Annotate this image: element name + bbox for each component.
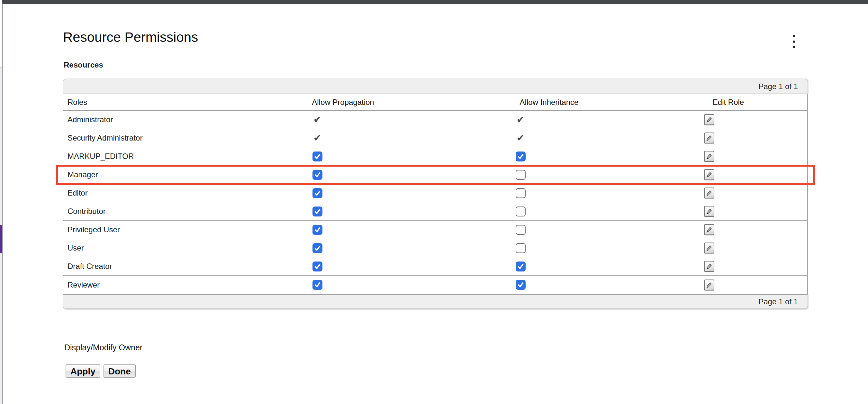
allow-inheritance-cell: ✔ [431,133,641,143]
role-name: Security Administrator [63,134,245,143]
allow-propagation-checkbox-checked[interactable] [312,206,322,217]
kebab-menu-icon[interactable] [787,31,801,52]
edit-role-button[interactable] [704,280,714,290]
allow-propagation-checkbox-checked[interactable] [312,170,322,180]
allow-inheritance-checkbox-unchecked[interactable] [516,170,526,180]
allow-propagation-checkbox-checked[interactable] [312,225,322,235]
role-name: Manager [63,170,245,179]
static-checkmark-icon: ✔ [313,133,321,143]
resources-table: Page 1 of 1 Roles Allow Propagation Allo… [63,79,808,309]
allow-inheritance-cell [431,151,641,162]
allow-propagation-checkbox-checked[interactable] [312,243,322,253]
apply-button[interactable]: Apply [66,365,100,378]
allow-inheritance-cell [431,206,641,217]
allow-inheritance-checkbox-unchecked[interactable] [516,225,526,235]
pager-bottom: Page 1 of 1 [63,294,808,309]
edit-role-button[interactable] [704,133,714,143]
allow-propagation-checkbox-checked[interactable] [312,151,322,162]
edit-role-button[interactable] [704,151,714,162]
window-left-border [2,3,3,404]
static-checkmark-icon: ✔ [313,115,321,124]
allow-inheritance-checkbox-unchecked[interactable] [516,243,526,253]
pencil-icon [706,244,713,252]
allow-propagation-cell [245,243,431,253]
static-checkmark-icon: ✔ [516,115,524,124]
role-name: Draft Creator [63,262,245,271]
table-row: Editor [63,184,807,202]
allow-inheritance-cell [431,170,641,180]
allow-inheritance-checkbox-checked[interactable] [516,280,526,290]
pencil-icon [706,226,713,233]
role-name: MARKUP_EDITOR [63,152,245,161]
edit-role-cell [641,280,807,290]
table-row: Reviewer [63,276,807,294]
allow-inheritance-checkbox-unchecked[interactable] [516,188,526,198]
display-modify-owner-label: Display/Modify Owner [64,343,143,352]
allow-propagation-cell [245,188,431,198]
edit-role-button[interactable] [704,114,714,125]
allow-propagation-cell [245,280,431,290]
table-row-highlighted: Manager [63,166,807,184]
static-checkmark-icon: ✔ [516,133,524,143]
table-row: Privileged User [63,221,807,239]
window-top-bar [2,0,868,4]
allow-propagation-cell [245,170,431,180]
table-header-row: Roles Allow Propagation Allow Inheritanc… [63,94,807,111]
role-name: Administrator [63,115,245,124]
edit-role-cell [641,151,807,162]
allow-inheritance-cell [431,261,641,271]
allow-propagation-cell [245,261,431,271]
column-header-allow-inheritance: Allow Inheritance [431,98,641,107]
pencil-icon [706,116,713,123]
resources-section-label: Resources [64,60,103,69]
column-header-edit-role: Edit Role [641,98,807,107]
edit-role-button[interactable] [704,224,714,235]
page-title: Resource Permissions [63,30,198,45]
allow-propagation-checkbox-checked[interactable] [312,188,322,198]
pencil-icon [706,282,713,289]
action-buttons: Apply Done [66,365,136,378]
table-row: MARKUP_EDITOR [63,147,807,166]
table-row: Contributor [63,202,807,221]
allow-inheritance-cell [431,225,641,235]
pager-top: Page 1 of 1 [63,79,808,94]
allow-inheritance-checkbox-unchecked[interactable] [516,206,526,217]
role-name: Privileged User [63,225,245,234]
column-header-roles: Roles [63,98,245,107]
pencil-icon [706,208,713,215]
allow-propagation-cell [245,225,431,235]
table-body: Administrator ✔ ✔ Security Administrator… [63,111,807,294]
edit-role-button[interactable] [704,169,714,180]
table-grid: Roles Allow Propagation Allow Inheritanc… [63,94,808,294]
pencil-icon [706,171,713,178]
edit-role-button[interactable] [704,187,714,199]
allow-inheritance-checkbox-checked[interactable] [516,151,526,162]
pencil-icon [706,135,713,142]
allow-propagation-cell [245,151,431,162]
pencil-icon [706,263,713,270]
edit-role-cell [641,242,807,254]
role-name: Reviewer [63,281,245,289]
allow-propagation-checkbox-checked[interactable] [312,261,322,271]
edit-role-cell [641,169,807,180]
edit-role-button[interactable] [704,242,714,254]
allow-propagation-cell: ✔ [245,115,431,124]
allow-inheritance-cell [431,188,641,198]
table-row: User [63,239,807,257]
allow-inheritance-checkbox-checked[interactable] [516,261,526,271]
table-row: Security Administrator ✔ ✔ [63,129,807,147]
edit-role-cell [641,133,807,143]
role-name: Contributor [63,207,245,216]
edit-role-cell [641,114,807,125]
edit-role-button[interactable] [704,261,714,272]
pager-bottom-label: Page 1 of 1 [758,297,798,306]
table-row: Draft Creator [63,257,807,276]
edit-role-button[interactable] [704,206,714,217]
allow-propagation-checkbox-checked[interactable] [312,280,322,290]
done-button[interactable]: Done [103,365,136,378]
pencil-icon [706,153,713,160]
table-row: Administrator ✔ ✔ [63,111,807,129]
edit-role-cell [641,187,807,199]
role-name: User [63,243,245,253]
edit-role-cell [641,261,807,272]
